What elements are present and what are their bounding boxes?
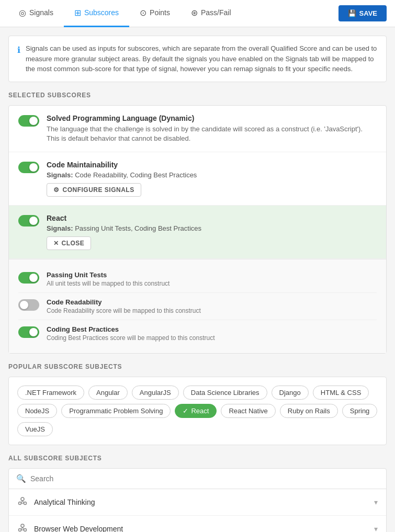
chevron-down-icon: ▾ [374,498,378,506]
solved-language-desc: The language that the challenge is solve… [47,124,377,143]
tag-react-native[interactable]: React Native [221,404,275,418]
tag-spring[interactable]: Spring [342,404,378,418]
all-subjects-section: ALL SUBSCORE SUBJECTS 🔍 [8,455,387,532]
tag-angularjs[interactable]: AngularJS [132,386,179,400]
signal-passing-unit-tests: Passing Unit Tests All unit tests will b… [18,266,377,293]
browser-web-icon [17,523,28,532]
svg-point-0 [21,497,24,501]
tab-subscores[interactable]: ⊞ Subscores [64,0,129,27]
popular-subjects-section: POPULAR SUBSCORE SUBJECTS .NET Framework… [8,363,387,445]
top-nav: ◎ Signals ⊞ Subscores ⊙ Points ⊛ Pass/Fa… [0,0,395,27]
toggle-code-readability[interactable] [18,299,39,311]
svg-point-7 [19,528,21,531]
toggle-solved-language[interactable] [18,115,39,127]
chevron-down-icon-2: ▾ [374,525,378,532]
save-button[interactable]: 💾 SAVE [338,5,387,21]
search-icon: 🔍 [16,474,26,483]
close-icon: ✕ [53,240,59,247]
configure-icon: ⚙ [53,186,60,194]
save-icon: 💾 [348,9,356,17]
info-icon: ℹ [17,44,20,56]
subject-row-analytical-thinking[interactable]: Analytical Thinking ▾ [9,489,386,516]
selected-subscores-title: SELECTED SUBSCORES [8,92,387,99]
tab-signals[interactable]: ◎ Signals [8,0,64,27]
toggle-code-maintainability[interactable] [18,162,39,173]
tab-points[interactable]: ⊙ Points [129,0,180,27]
subjects-grid: .NET Framework Angular AngularJS Data Sc… [8,377,387,445]
code-maintainability-title: Code Maintainability [47,161,377,169]
popular-subjects-title: POPULAR SUBSCORE SUBJECTS [8,363,387,370]
code-maintainability-signals: Signals: Code Readability, Coding Best P… [47,171,377,179]
svg-point-6 [21,524,24,527]
all-subjects-title: ALL SUBSCORE SUBJECTS [8,455,387,462]
tag-programmatic[interactable]: Programmatic Problem Solving [61,404,171,418]
react-signals: Signals: Passing Unit Tests, Coding Best… [47,224,377,232]
svg-line-4 [22,501,24,503]
info-box: ℹ Signals can be used as inputs for subs… [8,36,387,82]
main-content: ℹ Signals can be used as inputs for subs… [0,27,395,532]
all-subjects-card: 🔍 Analytical Thinki [8,468,387,532]
subscore-item-code-maintainability: Code Maintainability Signals: Code Reada… [9,152,386,206]
search-box: 🔍 [9,469,386,489]
configure-signals-button[interactable]: ⚙ CONFIGURE SIGNALS [47,183,141,197]
tag-angular[interactable]: Angular [88,386,128,400]
tag-html-css[interactable]: HTML & CSS [313,386,369,400]
react-expanded-signals: Passing Unit Tests All unit tests will b… [9,259,386,353]
subscores-icon: ⊞ [74,8,81,18]
tag-net-framework[interactable]: .NET Framework [17,386,84,400]
check-icon: ✓ [183,407,188,415]
tag-react[interactable]: ✓ React [175,404,217,418]
svg-point-2 [24,502,27,504]
analytical-thinking-icon [17,496,28,508]
tag-django[interactable]: Django [272,386,309,400]
toggle-react[interactable] [18,215,39,227]
subscore-item-solved-language: Solved Programming Language (Dynamic) Th… [9,106,386,152]
signal-coding-best-practices: Coding Best Practices Coding Best Practi… [18,320,377,347]
tag-nodejs[interactable]: NodeJS [17,404,57,418]
subject-row-browser-web[interactable]: Browser Web Development ▾ [9,516,386,532]
tab-pass-fail[interactable]: ⊛ Pass/Fail [180,0,242,27]
react-title: React [47,214,377,222]
tag-vuejs[interactable]: VueJS [17,422,53,436]
subscore-item-react: React Signals: Passing Unit Tests, Codin… [9,206,386,353]
search-input[interactable] [30,474,379,483]
signals-icon: ◎ [19,8,26,18]
tag-ruby-on-rails[interactable]: Ruby on Rails [280,404,338,418]
toggle-coding-best-practices[interactable] [18,326,39,338]
svg-point-8 [24,528,27,531]
toggle-passing-unit-tests[interactable] [18,272,39,284]
svg-line-10 [22,527,24,529]
selected-subscores-card: Solved Programming Language (Dynamic) Th… [8,105,387,354]
browser-web-label: Browser Web Development [34,525,123,532]
points-icon: ⊙ [140,8,146,18]
signal-code-readability: Code Readability Code Readability score … [18,293,377,320]
close-button[interactable]: ✕ CLOSE [47,236,91,250]
tag-data-science[interactable]: Data Science Libraries [183,386,267,400]
pass-fail-icon: ⊛ [191,8,198,18]
svg-point-1 [19,502,21,504]
solved-language-title: Solved Programming Language (Dynamic) [47,114,377,122]
analytical-thinking-label: Analytical Thinking [34,498,95,506]
